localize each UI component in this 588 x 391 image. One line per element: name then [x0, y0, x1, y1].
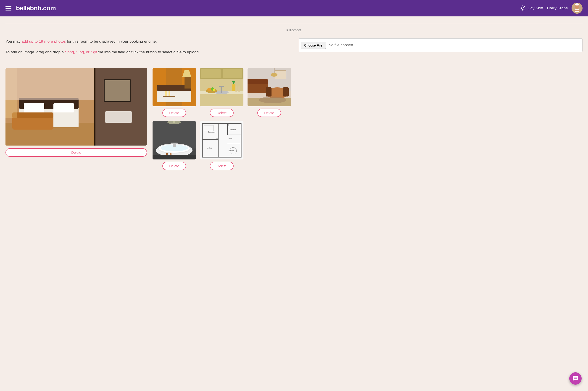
svg-rect-38 — [165, 91, 167, 97]
svg-line-4 — [524, 10, 525, 10]
photo-item-6: Bedroom Kitchen Bath Living Dining — [200, 121, 243, 170]
main-content: PHOTOS You may add up to 19 more photos … — [0, 16, 588, 178]
svg-line-8 — [524, 6, 525, 7]
photo-box-2 — [152, 68, 196, 106]
site-logo: bellebnb.com — [16, 4, 56, 12]
svg-line-3 — [521, 6, 521, 7]
photo-item-3: Delete — [200, 68, 243, 117]
photos-section: Delete — [5, 68, 583, 170]
description-text: You may add up to 19 more photos for thi… — [5, 38, 290, 60]
large-photo-column: Delete — [5, 68, 147, 157]
photo-count-link: add up to 19 more photos — [21, 39, 66, 44]
photo-box-3 — [200, 68, 243, 106]
svg-point-67 — [271, 73, 278, 77]
svg-line-7 — [521, 10, 521, 10]
photo-row-1: Delete — [152, 68, 583, 117]
svg-rect-63 — [283, 87, 289, 97]
svg-rect-73 — [173, 121, 175, 123]
photo-bed-lamp-image — [152, 68, 196, 106]
photo-bathroom-image — [152, 121, 196, 159]
no-file-label: No file chosen — [329, 43, 353, 47]
description-line1: You may add up to 19 more photos for thi… — [5, 38, 290, 44]
photo-item-4: Delete — [248, 68, 291, 117]
svg-rect-47 — [221, 86, 222, 93]
section-title: PHOTOS — [5, 24, 583, 32]
svg-text:Kitchen: Kitchen — [230, 129, 236, 131]
svg-rect-48 — [219, 86, 224, 87]
svg-rect-30 — [94, 68, 95, 146]
svg-rect-36 — [184, 77, 191, 89]
day-shift-label: Day Shift — [528, 6, 543, 10]
delete-button-large[interactable]: Delete — [5, 148, 147, 157]
right-photos-grid: Delete — [152, 68, 583, 170]
file-input-wrapper: Choose File No file chosen — [299, 38, 583, 52]
photo-item-2: Delete — [152, 68, 196, 117]
svg-point-12 — [575, 3, 579, 5]
svg-rect-14 — [574, 9, 580, 11]
delete-button-6[interactable]: Delete — [210, 162, 233, 170]
svg-rect-43 — [201, 69, 221, 78]
svg-text:Dining: Dining — [229, 149, 234, 151]
description-line2: To add an image, drag and drop a *.png, … — [5, 49, 290, 55]
svg-point-52 — [213, 89, 215, 91]
top-section: You may add up to 19 more photos for thi… — [5, 38, 583, 60]
file-upload-area: Choose File No file chosen — [299, 38, 583, 52]
svg-rect-84 — [200, 121, 243, 159]
day-shift-indicator: Day Shift — [520, 5, 543, 11]
svg-rect-83 — [152, 155, 196, 159]
photo-box-5 — [152, 121, 196, 159]
svg-rect-22 — [12, 112, 53, 118]
menu-button[interactable] — [5, 6, 11, 10]
svg-rect-24 — [5, 68, 95, 100]
user-name-label: Harry Krane — [547, 6, 568, 10]
delete-button-3[interactable]: Delete — [210, 108, 233, 117]
photo-kitchen-image — [200, 68, 243, 106]
svg-rect-55 — [235, 86, 237, 92]
svg-rect-29 — [105, 111, 132, 123]
user-avatar[interactable] — [572, 3, 583, 14]
svg-rect-44 — [223, 69, 242, 78]
svg-text:Bedroom: Bedroom — [208, 131, 216, 133]
svg-point-69 — [259, 97, 286, 103]
photo-floorplan-image: Bedroom Kitchen Bath Living Dining — [200, 121, 243, 159]
svg-rect-79 — [171, 143, 178, 144]
svg-rect-28 — [105, 80, 130, 101]
file-types-link: *.png, *.jpg, or *.gif — [65, 50, 97, 54]
svg-text:Bath: Bath — [229, 138, 232, 140]
svg-rect-53 — [232, 84, 235, 91]
svg-rect-39 — [168, 91, 170, 97]
photo-box-4 — [248, 68, 291, 106]
delete-button-5[interactable]: Delete — [162, 162, 186, 170]
photo-item-large — [5, 68, 147, 146]
svg-rect-40 — [163, 96, 175, 97]
svg-rect-60 — [248, 79, 268, 84]
chat-icon — [572, 375, 579, 382]
empty-slot — [248, 121, 291, 170]
svg-rect-19 — [24, 103, 44, 112]
photo-bedroom-split-image — [5, 68, 147, 146]
svg-text:Living: Living — [207, 147, 212, 149]
photo-row-2: Delete — [152, 121, 583, 170]
svg-rect-20 — [53, 103, 74, 112]
photo-box-6: Bedroom Kitchen Bath Living Dining — [200, 121, 243, 159]
delete-button-2[interactable]: Delete — [162, 108, 186, 117]
choose-file-button[interactable]: Choose File — [301, 42, 326, 49]
delete-button-4[interactable]: Delete — [257, 108, 281, 117]
sun-icon — [520, 5, 526, 11]
svg-rect-56 — [238, 86, 240, 92]
app-header: bellebnb.com Day Shift Harry Krane — [0, 0, 588, 16]
avatar-image — [572, 3, 583, 14]
svg-point-0 — [522, 7, 524, 9]
svg-rect-62 — [266, 87, 272, 97]
photo-item-5: Delete — [152, 121, 196, 170]
svg-point-50 — [207, 88, 211, 91]
chat-support-button[interactable] — [569, 372, 582, 385]
photo-dining-image — [248, 68, 291, 106]
